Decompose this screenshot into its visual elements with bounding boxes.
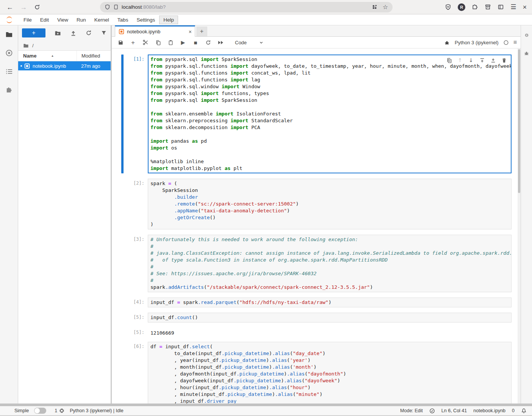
notebook-cells: [1]:from pyspark.sql import SparkSession… [112, 48, 518, 404]
sort-ascending-icon: ▲ [51, 54, 54, 58]
vertical-scrollbar [518, 48, 521, 404]
code-cell: [2]:spark = ( SparkSession .builder .rem… [112, 179, 518, 229]
file-name: notebook.ipynb [33, 63, 77, 69]
menu-run[interactable]: Run [72, 16, 90, 24]
kernel-status-icon[interactable] [503, 40, 509, 45]
duplicate-cell-icon[interactable] [446, 57, 452, 63]
back-icon[interactable]: ← [5, 2, 15, 12]
new-launcher-button[interactable]: + [22, 28, 45, 37]
column-modified-header[interactable]: Modified [77, 51, 111, 61]
insert-cell-icon[interactable]: + [130, 39, 136, 46]
menu-edit[interactable]: Edit [36, 16, 53, 24]
shortcuts-grid-icon[interactable] [372, 4, 377, 10]
dock-bottom-strip [0, 404, 532, 406]
tracking-protection-icon[interactable] [105, 4, 110, 10]
cursor-position[interactable]: Ln 6, Col 41 [441, 408, 467, 413]
cut-cells-icon[interactable] [142, 39, 149, 46]
upload-icon[interactable] [70, 30, 77, 36]
file-modified: 27m ago [77, 63, 111, 69]
simple-mode-toggle[interactable] [34, 408, 46, 414]
unsaved-changes-dot: ● [18, 64, 24, 68]
cell-type-dropdown[interactable]: Code [235, 40, 264, 45]
move-cell-down-icon[interactable]: ↓ [468, 57, 474, 63]
property-inspector-tab-icon[interactable] [524, 32, 530, 38]
url-bar[interactable]: localhost:8080/lab? ☆ [100, 2, 393, 12]
code-cell: [3]:# Unfortunately this is needed to wo… [112, 235, 518, 292]
cell-toolbar: ↑ ↓ [445, 57, 508, 64]
new-folder-icon[interactable] [55, 30, 61, 36]
folder-icon[interactable] [23, 43, 29, 48]
sidebar-toggle-icon[interactable] [498, 4, 504, 10]
copy-cells-icon[interactable] [155, 39, 161, 46]
refresh-icon[interactable] [86, 30, 92, 36]
cell-editor[interactable]: spark = ( SparkSession .builder .remote(… [148, 179, 512, 229]
kernel-name[interactable]: Python 3 (ipykernel) [455, 40, 499, 45]
file-row-selected[interactable]: ● notebook.ipynb 27m ago [18, 61, 111, 70]
archive-icon[interactable] [485, 4, 491, 10]
notebook-tab-icon [119, 29, 124, 34]
execution-count: [5]: [124, 328, 148, 337]
forward-icon[interactable]: → [18, 2, 29, 12]
code-cell: [1]:from pyspark.sql import SparkSession… [112, 55, 518, 173]
menu-settings[interactable]: Settings [132, 16, 159, 24]
reload-icon[interactable] [32, 2, 42, 12]
scrollbar-thumb[interactable] [518, 49, 520, 193]
status-bar: Simple 1 Python 3 (ipykernel) | Idle Mod… [0, 406, 532, 416]
cell-editor[interactable]: input_df = spark.read.parquet("hdfs://hd… [148, 298, 512, 307]
execution-count: [5]: [124, 313, 148, 323]
restart-run-all-icon[interactable] [217, 39, 224, 46]
app-menu-icon[interactable]: ☰ [510, 4, 516, 10]
toggle-knob [34, 408, 40, 413]
notebook-scroll-area: [1]:from pyspark.sql import SparkSession… [112, 48, 521, 404]
paste-cells-icon[interactable] [167, 39, 174, 46]
menu-tabs[interactable]: Tabs [113, 16, 133, 24]
cell-editor[interactable]: # Unfortunately this is needed to work a… [148, 235, 512, 292]
column-name-header[interactable]: Name▲ [18, 53, 77, 59]
move-cell-up-icon[interactable]: ↑ [457, 57, 463, 63]
cell-editor[interactable]: df = input_df.select( to_date(input_df.p… [148, 342, 512, 404]
extensions-icon[interactable] [472, 4, 478, 10]
menu-file[interactable]: File [19, 16, 36, 24]
insert-cell-below-icon[interactable] [490, 57, 496, 63]
bell-icon[interactable] [521, 408, 527, 414]
table-of-contents-tab-icon[interactable] [5, 68, 13, 75]
file-browser-toolbar: + [18, 25, 111, 41]
notebook-tab[interactable]: notebook.ipynb × [115, 25, 195, 37]
run-cell-icon[interactable]: ▶ [180, 39, 186, 46]
chevron-down-icon [259, 40, 264, 45]
code-cell: [5]:input_df.count() [112, 313, 518, 323]
delete-cell-icon[interactable] [501, 57, 507, 63]
insert-cell-above-icon[interactable] [479, 57, 485, 63]
output-text: 12106669 [148, 328, 174, 337]
new-tab-button[interactable]: + [196, 26, 207, 36]
file-listing-header: Name▲ Modified [18, 51, 111, 61]
cell-editor[interactable]: from pyspark.sql import SparkSessionfrom… [148, 55, 512, 173]
save-icon[interactable] [117, 39, 124, 46]
running-kernels-tab-icon[interactable] [5, 49, 13, 57]
protections-shield-icon[interactable] [445, 4, 451, 10]
command-mode-indicator[interactable]: Mode: Edit [400, 408, 423, 413]
menu-view[interactable]: View [53, 16, 72, 24]
menu-help[interactable]: Help [159, 16, 178, 24]
filter-icon[interactable] [101, 30, 107, 36]
profile-avatar[interactable]: R [458, 3, 465, 11]
breadcrumb-root[interactable]: / [32, 43, 34, 48]
kernel-activity-menu-icon[interactable]: ≡ [513, 39, 517, 45]
cell-editor[interactable]: input_df.count() [148, 313, 512, 323]
site-info-icon[interactable] [113, 4, 119, 10]
close-window-icon[interactable]: × [523, 4, 527, 11]
interrupt-kernel-icon[interactable]: ■ [192, 39, 199, 46]
tab-close-icon[interactable]: × [189, 29, 192, 34]
dock-tab-bar: notebook.ipynb × + [112, 25, 521, 37]
debugger-tab-icon[interactable] [524, 50, 529, 56]
extension-manager-tab-icon[interactable] [5, 86, 13, 94]
debugger-icon[interactable] [443, 39, 450, 46]
file-browser-tab-icon[interactable] [5, 31, 13, 38]
restart-kernel-icon[interactable] [205, 39, 211, 46]
bookmark-star-icon[interactable]: ☆ [383, 4, 388, 10]
kernel-status-text[interactable]: Python 3 (ipykernel) | Idle [70, 408, 124, 413]
statusbar-filename[interactable]: notebook.ipynb [473, 408, 505, 413]
file-browser-panel: + / [18, 25, 111, 404]
menu-kernel[interactable]: Kernel [90, 16, 113, 24]
kernel-count[interactable]: 1 [55, 408, 57, 413]
